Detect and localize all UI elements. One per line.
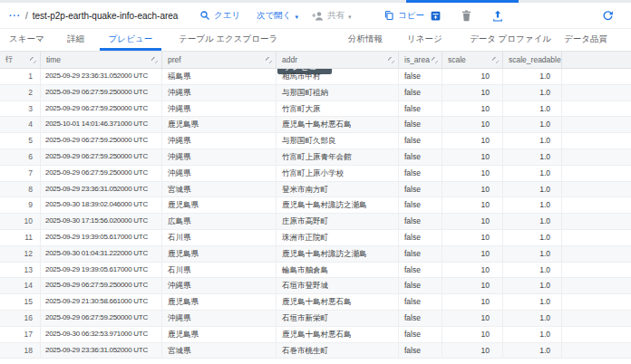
copy-icon bbox=[383, 10, 394, 21]
addr-cell: 石垣市登野城 bbox=[277, 278, 399, 293]
header-scale-readable: scale_readable bbox=[503, 52, 562, 68]
table-row: 6 2025-09-29 06:27:59.250000 UTC 沖縄県 竹富町… bbox=[0, 149, 631, 166]
is-area-cell: false bbox=[399, 327, 442, 342]
header-is-area: is_area bbox=[399, 52, 442, 68]
open-in-button[interactable]: 次で開く ▾ bbox=[257, 3, 298, 28]
addr-cell: 石巻市桃生町 bbox=[277, 343, 399, 359]
addr-cell: 鹿児島十島村悪石島 bbox=[277, 117, 399, 132]
pref-cell: 沖縄県 bbox=[162, 311, 277, 326]
table-body: 1 2025-09-29 23:36:31.052000 UTC 福島県 相馬市… bbox=[0, 69, 631, 359]
row-number-cell: 9 bbox=[0, 197, 41, 213]
breadcrumb-ellipsis[interactable]: ··· bbox=[9, 11, 21, 21]
is-area-cell: false bbox=[399, 149, 442, 165]
table-row: 2 2025-09-29 06:27:59.250000 UTC 沖縄県 与那国… bbox=[0, 85, 631, 101]
time-cell: 2025-09-30 18:39:02.046000 UTC bbox=[41, 197, 162, 213]
tab-data-quality[interactable]: データ品質 bbox=[564, 28, 607, 51]
filler-cell bbox=[562, 343, 631, 359]
copy-label: コピー bbox=[398, 10, 424, 22]
table-row: 15 2025-09-29 21:30:58.661000 UTC 鹿児島県 鹿… bbox=[0, 294, 631, 311]
scale-cell: 10 bbox=[442, 278, 503, 293]
scale-readable-cell: 1.0 bbox=[503, 278, 562, 293]
row-number-cell: 4 bbox=[0, 117, 41, 132]
column-resize-handle-icon[interactable] bbox=[492, 57, 499, 63]
time-cell: 2025-09-30 17:15:56.020000 UTC bbox=[41, 214, 162, 229]
filler-cell bbox=[562, 117, 631, 132]
row-number-cell: 15 bbox=[0, 294, 41, 310]
filler-cell bbox=[562, 214, 631, 229]
pref-cell: 鹿児島県 bbox=[162, 327, 277, 342]
time-cell: 2025-09-29 06:27:59.250000 UTC bbox=[41, 101, 162, 117]
is-area-cell: false bbox=[399, 133, 442, 148]
scale-readable-cell: 1.0 bbox=[503, 343, 562, 359]
row-number-cell: 5 bbox=[0, 133, 41, 148]
scale-readable-cell: 1.0 bbox=[503, 117, 562, 132]
addr-cell: 庄原市高野町 bbox=[277, 214, 399, 229]
refresh-button[interactable] bbox=[602, 3, 614, 28]
is-area-cell: false bbox=[399, 214, 442, 229]
addr-cell: 鹿児島十島村悪石島 bbox=[277, 327, 399, 342]
scale-cell: 10 bbox=[442, 263, 503, 278]
upload-icon bbox=[492, 10, 503, 22]
snapshot-icon bbox=[430, 10, 442, 22]
time-cell: 2025-09-29 06:27:59.250000 UTC bbox=[41, 133, 162, 148]
scale-cell: 10 bbox=[442, 149, 503, 165]
pref-cell: 広島県 bbox=[162, 214, 277, 229]
column-resize-handle-icon[interactable] bbox=[388, 57, 394, 63]
tab-insights[interactable]: 分析情報 bbox=[348, 28, 383, 51]
scale-cell: 10 bbox=[442, 85, 503, 101]
is-area-cell: false bbox=[399, 69, 442, 84]
table-row: 14 2025-09-29 06:27:59.250000 UTC 沖縄県 石垣… bbox=[0, 278, 631, 294]
is-area-cell: false bbox=[399, 117, 442, 132]
snapshot-button[interactable] bbox=[430, 3, 442, 28]
row-number-cell: 12 bbox=[0, 246, 41, 262]
is-area-cell: false bbox=[399, 278, 442, 293]
tab-schema[interactable]: スキーマ bbox=[9, 28, 44, 51]
preview-table: 行 time pref addr is_area scale scale_rea… bbox=[0, 51, 631, 359]
filler-cell bbox=[562, 166, 631, 181]
column-resize-handle-icon[interactable] bbox=[432, 57, 438, 63]
scale-readable-cell: 1.0 bbox=[503, 85, 562, 101]
copy-button[interactable]: コピー bbox=[383, 3, 424, 28]
is-area-cell: false bbox=[399, 182, 442, 197]
column-resize-handle-icon[interactable] bbox=[266, 57, 272, 63]
export-button[interactable] bbox=[492, 3, 503, 28]
open-in-label: 次で開く bbox=[257, 10, 291, 22]
table-row: 4 2025-10-01 14:01:46.371000 UTC 鹿児島県 鹿児… bbox=[0, 117, 631, 133]
scale-cell: 10 bbox=[442, 311, 503, 326]
pref-cell: 沖縄県 bbox=[162, 85, 277, 101]
pref-cell: 鹿児島県 bbox=[162, 117, 277, 132]
filler-cell bbox=[562, 278, 631, 293]
query-button[interactable]: クエリ bbox=[199, 3, 240, 28]
delete-button[interactable] bbox=[461, 3, 471, 28]
row-number-cell: 14 bbox=[0, 278, 41, 293]
row-number-cell: 10 bbox=[0, 214, 41, 229]
table-header: 行 time pref addr is_area scale scale_rea… bbox=[0, 51, 631, 69]
header-time: time bbox=[41, 52, 162, 68]
share-button[interactable]: 共有 ▾ bbox=[312, 3, 352, 28]
table-name: test-p2p-earth-quake-info-each-area bbox=[33, 11, 179, 21]
row-number-cell: 18 bbox=[0, 343, 41, 359]
filler-cell bbox=[562, 311, 631, 326]
pref-cell: 沖縄県 bbox=[162, 166, 277, 181]
breadcrumb-separator: / bbox=[25, 11, 28, 21]
column-resize-handle-icon[interactable] bbox=[151, 57, 158, 63]
pref-cell: 沖縄県 bbox=[162, 278, 277, 293]
filler-cell bbox=[562, 327, 631, 342]
bigquery-table-view: ··· / test-p2p-earth-quake-info-each-are… bbox=[0, 0, 631, 364]
row-number-cell: 3 bbox=[0, 101, 41, 117]
filler-cell bbox=[562, 246, 631, 262]
column-resize-handle-icon[interactable] bbox=[30, 57, 36, 63]
tab-table-explorer[interactable]: テーブル エクスプローラ bbox=[179, 28, 277, 51]
time-cell: 2025-09-30 06:32:53.971000 UTC bbox=[41, 327, 162, 342]
filler-cell bbox=[562, 101, 631, 117]
tab-data-profile[interactable]: データ プロファイル bbox=[470, 28, 551, 51]
tab-lineage[interactable]: リネージ bbox=[407, 28, 442, 51]
pref-cell: 宮城県 bbox=[162, 182, 277, 197]
breadcrumb: ··· / test-p2p-earth-quake-info-each-are… bbox=[9, 3, 178, 28]
is-area-cell: false bbox=[399, 197, 442, 213]
scale-readable-cell: 1.0 bbox=[503, 101, 562, 117]
query-button-label: クエリ bbox=[214, 10, 240, 22]
tab-details[interactable]: 詳細 bbox=[67, 28, 84, 51]
pref-cell: 沖縄県 bbox=[162, 101, 277, 117]
tab-preview[interactable]: プレビュー bbox=[100, 28, 161, 51]
